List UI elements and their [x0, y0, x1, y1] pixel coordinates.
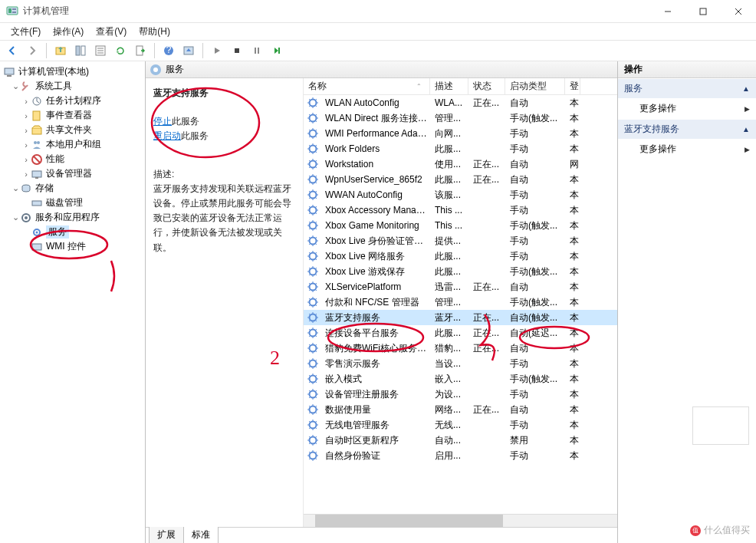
expand-icon[interactable]: › [21, 111, 31, 120]
submenu-icon: ▶ [744, 146, 750, 153]
properties-button[interactable] [91, 41, 110, 60]
service-row[interactable]: 自然身份验证启用...手动本 [304, 448, 617, 463]
tree-item[interactable]: ›本地用户和组 [0, 137, 145, 152]
forward-button[interactable] [23, 41, 41, 60]
maximize-button[interactable] [685, 0, 721, 22]
col-name[interactable]: 名称 [308, 80, 327, 93]
actions-group-selected[interactable]: 蓝牙支持服务▲ [618, 119, 756, 139]
service-row[interactable]: XLServicePlatform迅雷...正在...自动本 [304, 279, 617, 295]
collapse-icon[interactable]: ▲ [742, 125, 750, 133]
service-row[interactable]: WpnUserService_865f2此服...正在...自动本 [304, 172, 617, 187]
tree-sys[interactable]: ⌄系统工具 [0, 79, 145, 94]
service-row[interactable]: Workstation使用...正在...自动网 [304, 156, 617, 172]
service-row[interactable]: 猎豹免费WiFi核心服务程序猎豹...正在...自动本 [304, 341, 617, 356]
svg-rect-27 [32, 128, 41, 134]
tree-item[interactable]: 磁盘管理 [0, 196, 145, 210]
gear-icon [307, 97, 319, 109]
service-row[interactable]: WLAN AutoConfigWLA...正在...自动本 [304, 95, 617, 110]
expand-icon[interactable]: › [21, 169, 31, 179]
tree-svcapp[interactable]: ⌄服务和应用程序 [0, 210, 145, 225]
show-hide-button[interactable] [71, 41, 90, 60]
collapse-icon[interactable]: ⌄ [11, 212, 20, 222]
menu-action[interactable]: 操作(A) [48, 24, 88, 40]
service-row[interactable]: WMI Performance Adapt...向网...手动本 [304, 126, 617, 141]
help-button[interactable]: ? [159, 41, 178, 60]
minimize-button[interactable] [650, 0, 685, 22]
service-list[interactable]: WLAN AutoConfigWLA...正在...自动本WLAN Direct… [304, 95, 617, 514]
actions-group-services[interactable]: 服务▲ [618, 78, 756, 98]
tree-pane[interactable]: 计算机管理(本地) ⌄系统工具 ›任务计划程序›事件查看器›共享文件夹›本地用户… [0, 61, 146, 543]
pause-button[interactable] [248, 41, 266, 60]
svg-text:?: ? [166, 44, 172, 55]
service-row[interactable]: 连接设备平台服务此服...正在...自动(延迟...本 [304, 325, 617, 341]
tree-item[interactable]: ›任务计划程序 [0, 94, 145, 108]
expand-icon[interactable]: › [21, 140, 31, 150]
horizontal-scrollbar[interactable] [304, 514, 617, 527]
tree-storage[interactable]: ⌄存储 [0, 181, 145, 196]
col-startup[interactable]: 启动类型 [505, 78, 565, 94]
service-row[interactable]: 自动时区更新程序自动...禁用本 [304, 433, 617, 448]
description-panel: 蓝牙支持服务 停止此服务 重启动此服务 描述: 蓝牙服务支持发现和关联远程蓝牙设… [146, 78, 303, 527]
service-row[interactable]: Xbox Game MonitoringThis ...手动(触发...本 [304, 218, 617, 233]
col-status[interactable]: 状态 [468, 78, 505, 94]
collapse-icon[interactable]: ⌄ [11, 183, 20, 193]
tree-root[interactable]: 计算机管理(本地) [0, 64, 145, 79]
play-button[interactable] [208, 41, 226, 60]
actions-more-2[interactable]: 更多操作▶ [618, 139, 756, 160]
expand-icon[interactable]: › [21, 126, 31, 135]
close-button[interactable] [721, 0, 756, 22]
app-icon [6, 5, 18, 18]
restart-button[interactable] [268, 41, 286, 60]
stop-link[interactable]: 停止 [153, 116, 172, 127]
refresh-button[interactable] [111, 41, 130, 60]
actions-more-1[interactable]: 更多操作▶ [618, 98, 756, 119]
svg-rect-32 [32, 171, 41, 177]
tab-standard[interactable]: 标准 [183, 527, 219, 543]
restart-link[interactable]: 重启动 [153, 130, 181, 141]
service-row[interactable]: Xbox Live 网络服务此服...手动本 [304, 248, 617, 264]
column-headers[interactable]: 名称⌃ 描述 状态 启动类型 登 [304, 78, 617, 95]
gear-icon [307, 235, 319, 247]
up-button[interactable] [51, 41, 70, 60]
expand-icon[interactable]: › [21, 155, 31, 164]
menu-view[interactable]: 查看(V) [91, 24, 131, 40]
tree-item[interactable]: WMI 控件 [0, 239, 145, 254]
stop-button[interactable] [228, 41, 246, 60]
service-row[interactable]: Xbox Accessory Manage...This ...手动本 [304, 202, 617, 218]
service-row[interactable]: 嵌入模式嵌入...手动(触发...本 [304, 371, 617, 387]
tree-item[interactable]: ›共享文件夹 [0, 123, 145, 137]
collapse-icon[interactable]: ▲ [742, 84, 750, 93]
col-logon[interactable]: 登 [565, 78, 580, 94]
collapse-icon[interactable]: ⌄ [11, 81, 20, 91]
services-icon [20, 212, 32, 224]
service-row[interactable]: 蓝牙支持服务蓝牙...正在...自动(触发...本 [304, 310, 617, 325]
service-row[interactable]: Work Folders此服...手动本 [304, 141, 617, 156]
menu-file[interactable]: 文件(F) [6, 24, 45, 40]
tree-item[interactable]: ›事件查看器 [0, 108, 145, 123]
service-row[interactable]: Xbox Live 游戏保存此服...手动(触发...本 [304, 264, 617, 279]
expand-icon[interactable]: › [21, 97, 31, 106]
tree-item[interactable]: ›设备管理器 [0, 166, 145, 181]
svg-rect-10 [81, 46, 85, 55]
col-desc[interactable]: 描述 [430, 78, 468, 94]
service-row[interactable]: 付款和 NFC/SE 管理器管理...手动(触发...本 [304, 295, 617, 310]
service-row[interactable]: 设备管理注册服务为设...手动本 [304, 387, 617, 402]
service-row[interactable]: 无线电管理服务无线...手动本 [304, 417, 617, 433]
gear-icon [307, 311, 319, 324]
tab-extended[interactable]: 扩展 [149, 527, 184, 543]
svg-rect-23 [5, 68, 14, 74]
service-row[interactable]: Xbox Live 身份验证管理器提供...手动本 [304, 233, 617, 248]
menu-help[interactable]: 帮助(H) [134, 24, 175, 40]
service-row[interactable]: 零售演示服务当设...手动本 [304, 356, 617, 371]
gear-icon [307, 204, 319, 216]
tree-item[interactable]: ›性能 [0, 152, 145, 166]
service-row[interactable]: WWAN AutoConfig该服...手动本 [304, 187, 617, 202]
service-row[interactable]: 数据使用量网络...正在...自动本 [304, 402, 617, 417]
tree-item[interactable]: 服务 [0, 225, 145, 239]
export-button[interactable] [131, 41, 150, 60]
gear-icon [307, 265, 319, 278]
filter-button[interactable] [179, 41, 198, 60]
service-row[interactable]: WLAN Direct 服务连接管...管理...手动(触发...本 [304, 110, 617, 126]
svg-point-62 [310, 406, 317, 413]
back-button[interactable] [3, 41, 21, 60]
